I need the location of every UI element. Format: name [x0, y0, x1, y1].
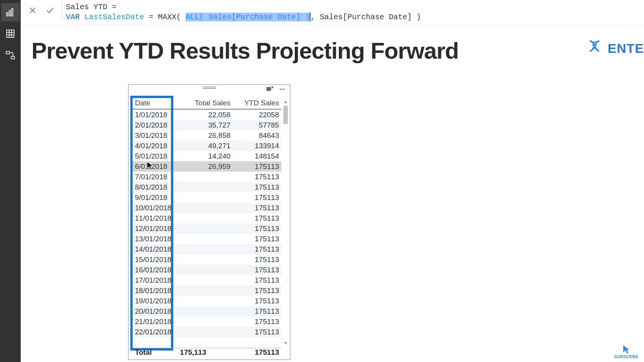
dax-variable-name: LastSalesDate	[84, 13, 144, 21]
scroll-down-arrow[interactable]: ▾	[283, 340, 288, 346]
cell-ytd: 57785	[233, 120, 281, 130]
cell-total: 26,959	[183, 161, 233, 172]
subscribe-label: SUBSCRIBE	[614, 355, 639, 359]
formula-editor[interactable]: Sales YTD = VAR LastSalesDate = MAXX( AL…	[62, 0, 644, 22]
table-scroll-area[interactable]: Date Total Sales YTD Sales 1/01/201822,0…	[133, 97, 281, 348]
brand-text: ENTE	[608, 41, 644, 56]
scroll-thumb[interactable]	[283, 106, 288, 124]
cancel-formula-button[interactable]	[27, 5, 38, 16]
measure-name: Sales YTD	[66, 3, 107, 11]
table-row[interactable]: 13/01/2018175113	[133, 234, 281, 244]
cursor-click-icon	[621, 344, 632, 355]
table-row[interactable]: 11/01/2018175113	[133, 213, 281, 223]
formula-bar: Sales YTD = VAR LastSalesDate = MAXX( AL…	[21, 0, 644, 25]
vertical-scrollbar[interactable]: ▴ ▾	[283, 99, 288, 346]
table-row[interactable]: 7/01/2018175113	[133, 172, 281, 182]
cell-date: 8/01/2018	[133, 182, 183, 192]
cell-date: 20/01/2018	[133, 306, 183, 316]
svg-rect-17	[267, 87, 271, 91]
table-row[interactable]: 10/01/2018175113	[133, 203, 281, 213]
cell-total: 26,858	[183, 130, 233, 141]
total-ytd-sales: 175113	[209, 348, 281, 357]
cell-total	[183, 203, 233, 213]
cell-total: 35,727	[183, 120, 233, 130]
svg-point-19	[280, 89, 281, 90]
table-row[interactable]: 3/01/201826,85884643	[133, 130, 281, 141]
cell-total	[183, 327, 233, 337]
cell-date: 17/01/2018	[133, 275, 183, 285]
table-row[interactable]: 17/01/2018175113	[133, 275, 281, 285]
cell-total	[183, 244, 233, 254]
table-row[interactable]: 20/01/2018175113	[133, 306, 281, 316]
cell-ytd: 175113	[233, 254, 281, 265]
table-row[interactable]: 8/01/2018175113	[133, 182, 281, 192]
brand-logo: ENTE	[585, 39, 644, 57]
svg-point-20	[282, 89, 283, 90]
cell-date: 19/01/2018	[133, 296, 183, 306]
table-row[interactable]: 5/01/201814,240148154	[133, 151, 281, 161]
cell-date: 7/01/2018	[133, 172, 183, 182]
cell-date: 13/01/2018	[133, 234, 183, 244]
table-row[interactable]: 15/01/2018175113	[133, 254, 281, 265]
cell-total	[183, 296, 233, 306]
svg-rect-0	[7, 13, 8, 16]
subscribe-badge[interactable]: SUBSCRIBE	[614, 344, 639, 359]
table-row[interactable]: 22/01/2018175113	[133, 327, 281, 337]
cell-total: 14,240	[183, 151, 233, 161]
table-row[interactable]: 21/01/2018175113	[133, 316, 281, 327]
col-header-ytd-sales[interactable]: YTD Sales	[233, 97, 281, 109]
table-row[interactable]: 2/01/201835,72757785	[133, 120, 281, 130]
focus-mode-button[interactable]	[264, 84, 275, 94]
cell-date: 2/01/2018	[133, 120, 183, 130]
cell-date: 16/01/2018	[133, 265, 183, 275]
cell-ytd: 175113	[233, 213, 281, 223]
table-row[interactable]: 14/01/2018175113	[133, 244, 281, 254]
table-row[interactable]: 12/01/2018175113	[133, 223, 281, 234]
cell-total: 49,271	[183, 141, 233, 151]
svg-rect-9	[11, 56, 15, 59]
table-row[interactable]: 9/01/2018175113	[133, 192, 281, 203]
cell-date: 21/01/2018	[133, 316, 183, 327]
cell-ytd: 84643	[233, 130, 281, 141]
col-header-date[interactable]: Date	[133, 97, 183, 109]
cell-total	[183, 254, 233, 265]
cell-total: 22,058	[183, 109, 233, 120]
report-canvas[interactable]: Prevent YTD Results Projecting Forward E…	[21, 25, 644, 362]
cell-ytd: 175113	[233, 265, 281, 275]
cell-ytd: 175113	[233, 306, 281, 316]
table-row[interactable]: 19/01/2018175113	[133, 296, 281, 306]
cell-date: 14/01/2018	[133, 244, 183, 254]
report-view-button[interactable]	[1, 3, 20, 21]
cell-date: 11/01/2018	[133, 213, 183, 223]
cell-date: 18/01/2018	[133, 285, 183, 296]
cell-total	[183, 285, 233, 296]
visual-header	[129, 84, 290, 95]
cell-date: 15/01/2018	[133, 254, 183, 265]
col-header-total-sales[interactable]: Total Sales	[183, 97, 233, 109]
svg-rect-8	[6, 51, 10, 54]
cell-total	[183, 306, 233, 316]
scroll-up-arrow[interactable]: ▴	[283, 99, 288, 104]
table-visual[interactable]: Date Total Sales YTD Sales 1/01/201822,0…	[128, 84, 291, 360]
cell-date: 10/01/2018	[133, 203, 183, 213]
cell-ytd: 175113	[233, 296, 281, 306]
dax-selected-text: ALL( Sales[Purchase Date] )	[186, 13, 310, 21]
table-row[interactable]: 1/01/201822,05822058	[133, 109, 281, 120]
cell-ytd: 175113	[233, 172, 281, 182]
cell-ytd: 175113	[233, 203, 281, 213]
cell-ytd: 175113	[233, 327, 281, 337]
model-view-button[interactable]	[1, 46, 20, 64]
cell-ytd: 175113	[233, 244, 281, 254]
more-options-button[interactable]	[277, 84, 288, 94]
view-switcher-rail	[0, 0, 21, 362]
table-row[interactable]: 4/01/201849,271133914	[133, 141, 281, 151]
cell-total	[183, 223, 233, 234]
commit-formula-button[interactable]	[45, 5, 56, 16]
cell-total	[183, 213, 233, 223]
cell-date: 4/01/2018	[133, 141, 183, 151]
table-row[interactable]: 6/01/201826,959175113	[133, 161, 281, 172]
cell-date: 5/01/2018	[133, 151, 183, 161]
data-view-button[interactable]	[1, 25, 20, 43]
table-row[interactable]: 18/01/2018175113	[133, 285, 281, 296]
table-row[interactable]: 16/01/2018175113	[133, 265, 281, 275]
